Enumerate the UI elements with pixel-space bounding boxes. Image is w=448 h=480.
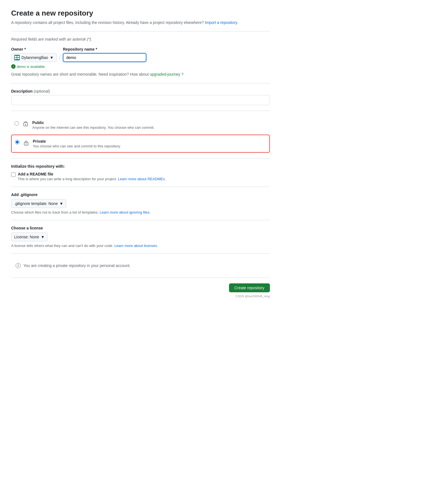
check-icon: ✓ — [11, 64, 16, 69]
initialize-section: Initialize this repository with: Add a R… — [11, 164, 270, 181]
private-option[interactable]: Private You choose who can see and commi… — [11, 135, 270, 153]
top-divider — [11, 31, 270, 31]
owner-avatar — [14, 55, 20, 60]
license-dropdown-icon: ▼ — [41, 235, 45, 239]
create-repository-button[interactable]: Create repository — [229, 283, 270, 292]
svg-rect-0 — [15, 56, 17, 57]
public-radio[interactable] — [14, 121, 19, 126]
license-label: Choose a license — [11, 226, 270, 230]
svg-rect-1 — [17, 56, 19, 57]
private-content: Private You choose who can see and commi… — [33, 139, 121, 148]
info-message: You are creating a private repository in… — [23, 263, 131, 268]
visibility-divider — [11, 158, 270, 159]
svg-point-5 — [25, 124, 26, 125]
desc-divider-top — [11, 83, 270, 83]
suggestion-text: upgraded-journey — [150, 72, 180, 76]
license-divider — [11, 253, 270, 254]
license-select-label: License: None — [14, 235, 39, 239]
license-select[interactable]: License: None ▼ — [11, 232, 48, 241]
owner-group: Owner * Dylanmenglliao ▼ — [11, 47, 57, 62]
license-group: Choose a license License: None ▼ A licen… — [11, 226, 270, 248]
slash-separator: / — [59, 53, 61, 62]
desc-divider-bottom — [11, 111, 270, 111]
info-icon: i — [16, 263, 21, 268]
readme-option: Add a README file This is where you can … — [11, 172, 270, 181]
public-content: Public Anyone on the internet can see th… — [32, 120, 154, 130]
public-title: Public — [32, 120, 154, 125]
gitignore-select-label: .gitignore template: None — [14, 201, 58, 206]
page-title: Create a new repository — [11, 9, 270, 18]
required-note: Required fields are marked with an aster… — [11, 37, 270, 41]
svg-point-8 — [26, 143, 27, 144]
footer-divider — [11, 278, 270, 278]
public-icon — [22, 121, 29, 127]
gitignore-select[interactable]: .gitignore template: None ▼ — [11, 199, 66, 208]
public-option[interactable]: Public Anyone on the internet can see th… — [11, 117, 270, 133]
available-message: ✓ demo is available. — [11, 64, 270, 69]
public-desc: Anyone on the internet can see this repo… — [32, 125, 154, 130]
readme-desc: This is where you can write a long descr… — [18, 177, 166, 181]
gitignore-helper: Choose which files not to track from a l… — [11, 210, 270, 214]
license-learn-more[interactable]: Learn more about licenses. — [114, 244, 158, 248]
readme-checkbox[interactable] — [11, 172, 16, 177]
repo-name-group: Repository name * — [63, 47, 146, 62]
gitignore-dropdown-icon: ▼ — [59, 201, 63, 206]
visibility-section: Public Anyone on the internet can see th… — [11, 117, 270, 153]
repo-name-input[interactable] — [63, 53, 146, 62]
description-group: Description (optional) — [11, 89, 270, 105]
svg-rect-3 — [17, 58, 19, 59]
available-text: demo is available. — [17, 65, 46, 69]
description-label: Description (optional) — [11, 89, 270, 93]
info-box: i You are creating a private repository … — [11, 259, 270, 272]
gitignore-group: Add .gitignore .gitignore template: None… — [11, 192, 270, 214]
watermark: CSDN @Ian266548_ning — [11, 295, 270, 298]
owner-name: Dylanmenglliao — [21, 55, 48, 60]
readme-content: Add a README file This is where you can … — [18, 172, 166, 181]
import-link[interactable]: Import a repository. — [205, 20, 238, 25]
inspiration-text: Great repository names are short and mem… — [11, 72, 270, 76]
owner-select[interactable]: Dylanmenglliao ▼ — [11, 53, 57, 62]
repo-name-label: Repository name * — [63, 47, 146, 51]
owner-repo-row: Owner * Dylanmenglliao ▼ / Repository na… — [11, 47, 270, 62]
private-desc: You choose who can see and commit to thi… — [33, 144, 121, 148]
footer-actions: Create repository — [11, 283, 270, 292]
optional-tag: (optional) — [34, 89, 50, 93]
private-title: Private — [33, 139, 121, 143]
svg-rect-2 — [15, 58, 17, 59]
init-title: Initialize this repository with: — [11, 164, 270, 169]
private-icon — [23, 139, 29, 146]
gitignore-label: Add .gitignore — [11, 192, 270, 197]
owner-dropdown-icon: ▼ — [50, 55, 54, 60]
gitignore-divider — [11, 220, 270, 220]
readme-divider — [11, 187, 270, 187]
private-radio[interactable] — [15, 140, 19, 144]
readme-label: Add a README file — [18, 172, 166, 176]
readme-learn-more[interactable]: Learn more about READMEs. — [118, 177, 166, 181]
license-helper: A license tells others what they can and… — [11, 244, 270, 248]
gitignore-learn-more[interactable]: Learn more about ignoring files. — [100, 210, 151, 214]
owner-label: Owner * — [11, 47, 57, 51]
page-subtitle: A repository contains all project files,… — [11, 20, 270, 26]
description-input[interactable] — [11, 95, 270, 105]
